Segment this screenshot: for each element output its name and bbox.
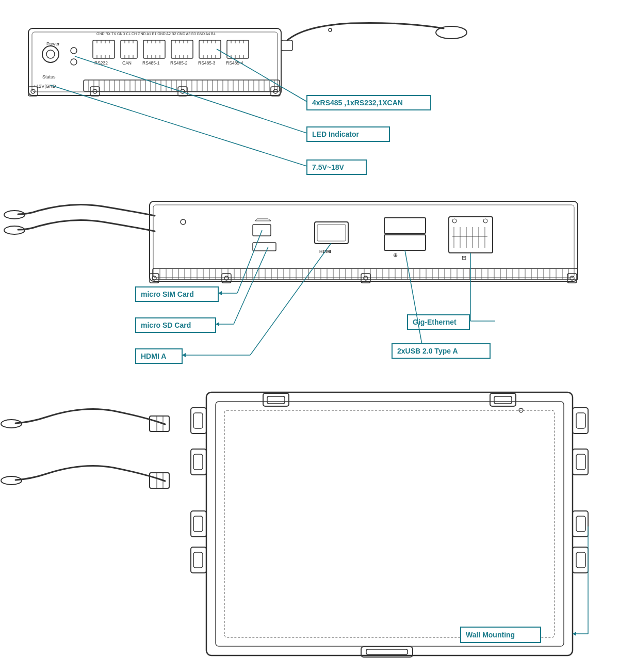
page-container: Power Status +12V|GND GND RX TX GND CL C… <box>0 0 619 672</box>
svg-rect-128 <box>150 201 578 281</box>
svg-line-123 <box>51 85 307 166</box>
svg-rect-114 <box>281 40 292 51</box>
svg-text:4xRS485 ,1xRS232,1XCAN: 4xRS485 ,1xRS232,1XCAN <box>312 99 403 107</box>
svg-rect-151 <box>153 268 578 280</box>
svg-rect-275 <box>576 552 585 568</box>
svg-rect-272 <box>576 413 585 428</box>
svg-point-130 <box>181 219 186 225</box>
svg-text:LED Indicator: LED Indicator <box>312 130 360 138</box>
svg-line-120 <box>75 56 307 133</box>
svg-rect-273 <box>576 454 585 470</box>
svg-text:Wall Mounting: Wall Mounting <box>466 631 515 639</box>
svg-text:2xUSB 2.0 Type A: 2xUSB 2.0 Type A <box>397 347 458 355</box>
svg-text:Gig-Ethernet: Gig-Ethernet <box>413 318 457 326</box>
svg-rect-266 <box>193 516 203 532</box>
svg-rect-129 <box>153 205 574 278</box>
svg-point-4 <box>46 50 55 58</box>
svg-text:⊞: ⊞ <box>462 254 466 261</box>
svg-rect-134 <box>315 222 348 244</box>
svg-rect-251 <box>150 416 169 431</box>
svg-point-6 <box>71 47 77 54</box>
svg-rect-35 <box>171 40 193 58</box>
svg-rect-259 <box>216 402 564 646</box>
svg-text:CAN: CAN <box>122 60 132 66</box>
svg-point-7 <box>71 59 77 65</box>
svg-point-3 <box>42 46 59 62</box>
svg-marker-231 <box>218 291 222 295</box>
svg-text:Power: Power <box>46 41 60 46</box>
svg-text:GND RX TX GND CL CH GND A1 B1 : GND RX TX GND CL CH GND A1 B1 GND A2 B2 … <box>96 32 216 36</box>
svg-rect-137 <box>384 218 426 233</box>
svg-text:RS485-1: RS485-1 <box>142 60 160 66</box>
svg-rect-255 <box>150 473 169 488</box>
svg-marker-236 <box>216 322 219 326</box>
svg-rect-135 <box>317 225 346 241</box>
svg-text:micro SIM Card: micro SIM Card <box>141 290 194 298</box>
svg-rect-281 <box>366 649 408 654</box>
svg-line-117 <box>217 49 307 102</box>
svg-point-116 <box>329 28 332 31</box>
svg-marker-241 <box>182 353 186 357</box>
svg-rect-258 <box>206 392 573 655</box>
svg-rect-264 <box>193 413 203 428</box>
svg-text:RS485-3: RS485-3 <box>198 60 216 66</box>
svg-text:micro SD Card: micro SD Card <box>141 321 191 329</box>
svg-marker-133 <box>255 219 271 221</box>
svg-text:Status: Status <box>42 74 56 79</box>
svg-rect-140 <box>449 217 493 253</box>
svg-rect-53 <box>227 40 249 58</box>
svg-point-115 <box>436 26 467 39</box>
svg-rect-265 <box>193 454 203 470</box>
svg-rect-132 <box>253 243 276 251</box>
svg-rect-138 <box>384 235 426 250</box>
svg-rect-267 <box>193 552 203 568</box>
svg-point-148 <box>452 219 457 223</box>
svg-rect-277 <box>267 396 285 404</box>
svg-text:7.5V~18V: 7.5V~18V <box>312 163 345 171</box>
svg-text:RS485-2: RS485-2 <box>170 60 188 66</box>
svg-line-227 <box>237 230 262 293</box>
svg-rect-282 <box>224 410 555 637</box>
svg-rect-274 <box>576 516 585 532</box>
svg-text:HDMI A: HDMI A <box>141 352 166 360</box>
svg-rect-10 <box>93 40 115 58</box>
svg-point-149 <box>483 219 487 223</box>
svg-line-246 <box>405 250 423 350</box>
svg-text:⊕: ⊕ <box>393 252 398 258</box>
svg-rect-279 <box>494 396 512 404</box>
svg-rect-26 <box>143 40 165 58</box>
